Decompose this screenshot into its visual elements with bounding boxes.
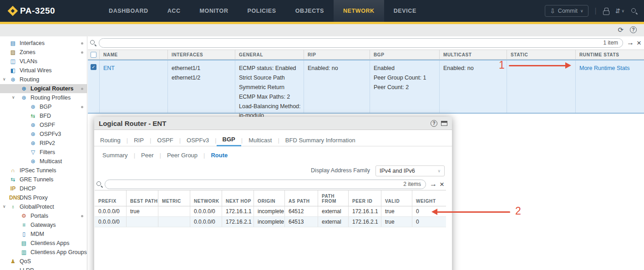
col-weight[interactable]: WEIGHT — [412, 190, 446, 206]
route-search[interactable]: 2 items — [105, 180, 426, 189]
ospf-icon: ⊛ — [29, 122, 37, 128]
brand: PA-3250 — [0, 6, 91, 16]
route-row[interactable]: 0.0.0.0/0 true 0.0.0.0/0 172.16.1.1 inco… — [95, 206, 446, 217]
clear-filter-icon[interactable]: × — [440, 180, 444, 188]
col-multicast[interactable]: MULTICAST — [440, 50, 507, 59]
dialog-help-icon[interactable]: ? — [431, 120, 437, 127]
sidebar-item-multicast[interactable]: ⊛Multicast — [0, 157, 87, 166]
nav-item-network[interactable]: NETWORK — [334, 0, 384, 22]
col-metric[interactable]: METRIC — [158, 190, 190, 206]
sidebar-item-portals[interactable]: ⚙Portals — [0, 211, 87, 220]
sidebar-item-bfd[interactable]: ⇆BFD — [0, 111, 87, 120]
commit-icon: ⇩ — [550, 8, 555, 14]
sidebar-item-zones[interactable]: ▨Zones — [0, 48, 87, 57]
route-search-input[interactable] — [110, 180, 392, 188]
sidebar-item-virtual-wires[interactable]: ◧Virtual Wires — [0, 66, 87, 75]
lock-icon[interactable] — [603, 8, 609, 15]
tab-bgp[interactable]: BGP — [217, 134, 241, 146]
logical-routers-search[interactable]: 1 item — [99, 38, 623, 48]
col-static[interactable]: STATIC — [507, 50, 576, 59]
sidebar-item-clientless-app-groups[interactable]: ▥Clientless App Groups — [0, 248, 87, 257]
col-valid[interactable]: VALID — [381, 190, 412, 206]
tab-ospf[interactable]: OSPF — [151, 134, 179, 146]
col-network[interactable]: NETWORK — [190, 190, 222, 206]
help-icon[interactable]: ? — [630, 26, 637, 33]
col-best-path[interactable]: BEST PATH — [127, 190, 158, 206]
nav-item-device[interactable]: DEVICE — [384, 0, 426, 22]
sidebar-item-globalprotect[interactable]: ∨♁GlobalProtect — [0, 202, 87, 211]
col-next-hop[interactable]: NEXT HOP — [222, 190, 254, 206]
annotation-2-arrow — [436, 211, 510, 213]
nav-item-policies[interactable]: POLICIES — [238, 0, 286, 22]
col-bgp[interactable]: BGP — [370, 50, 440, 59]
route-row[interactable]: 0.0.0.0/0 0.0.0.0/0 172.16.2.1 incomplet… — [95, 217, 446, 227]
col-name[interactable]: NAME — [100, 50, 168, 59]
dialog-window-icon[interactable] — [441, 121, 447, 126]
tab-bfd-summary[interactable]: BFD Summary Information — [279, 134, 361, 146]
nav-item-dashboard[interactable]: DASHBOARD — [99, 0, 158, 22]
sidebar-item-interfaces[interactable]: ▤Interfaces — [0, 39, 87, 48]
chevron-expanded-icon[interactable]: ∨ — [3, 77, 6, 81]
config-export-button[interactable]: ⇵ ∨ — [615, 8, 624, 14]
subtab-summary[interactable]: Summary — [99, 152, 134, 159]
tab-routing[interactable]: Routing — [99, 134, 127, 146]
sidebar-item-mdm[interactable]: ▯MDM — [0, 230, 87, 239]
nav-item-monitor[interactable]: MONITOR — [190, 0, 238, 22]
dialog-title: Logical Router - ENT — [99, 120, 166, 127]
col-path-from[interactable]: PATH FROM — [318, 190, 349, 206]
col-interfaces[interactable]: INTERFACES — [168, 50, 235, 59]
subtab-peer[interactable]: Peer — [135, 152, 159, 159]
sidebar-item-routing[interactable]: ∨⊛Routing — [0, 75, 87, 84]
sidebar-item-dns-proxy[interactable]: DNSDNS Proxy — [0, 193, 87, 202]
col-as-path[interactable]: AS PATH — [285, 190, 318, 206]
col-general[interactable]: GENERAL — [235, 50, 304, 59]
col-peer-id[interactable]: PEER ID — [349, 190, 381, 206]
col-rip[interactable]: RIP — [304, 50, 370, 59]
search-input[interactable] — [104, 39, 591, 47]
row-checkbox[interactable]: ✓ — [91, 64, 96, 70]
more-runtime-stats-link[interactable]: More Runtime Stats — [579, 64, 641, 73]
sidebar-item-gre-tunnels[interactable]: ⇆GRE Tunnels — [0, 175, 87, 184]
apply-filter-arrow-icon[interactable]: → — [430, 180, 437, 188]
sidebar-item-gateways[interactable]: ≡Gateways — [0, 220, 87, 230]
sidebar-item-ripv2[interactable]: ⊛RIPv2 — [0, 139, 87, 148]
col-runtime-stats[interactable]: RUNTIME STATS — [576, 50, 644, 59]
sidebar-item-bgp[interactable]: ⊛BGP — [0, 102, 87, 111]
virtual-wires-icon: ◧ — [9, 67, 17, 74]
subtab-route[interactable]: Route — [205, 152, 233, 159]
clear-filter-icon[interactable]: × — [637, 39, 641, 47]
sidebar-item-clientless-apps[interactable]: ▤Clientless Apps — [0, 239, 87, 248]
sidebar-item-ospfv3[interactable]: ⊛OSPFv3 — [0, 130, 87, 139]
sidebar-item-vlans[interactable]: ◫VLANs — [0, 57, 87, 66]
bgp-subtabs: Summary| Peer| Peer Group| Route — [94, 150, 452, 160]
clientless-app-groups-icon: ▥ — [20, 249, 28, 255]
tab-multicast[interactable]: Multicast — [243, 134, 278, 146]
subtab-peer-group[interactable]: Peer Group — [161, 152, 203, 159]
sidebar-item-routing-profiles[interactable]: ∨⊛Routing Profiles — [0, 93, 87, 102]
commit-button[interactable]: ⇩ Commit ∨ — [545, 5, 588, 17]
sidebar-item-filters[interactable]: ▽Filters — [0, 148, 87, 157]
items-count: 1 item — [603, 40, 618, 46]
tab-rip[interactable]: RIP — [128, 134, 150, 146]
nav-item-objects[interactable]: OBJECTS — [286, 0, 334, 22]
apply-filter-arrow-icon[interactable]: → — [627, 39, 634, 46]
global-search-icon[interactable] — [631, 8, 638, 15]
chevron-expanded-icon[interactable]: ∨ — [3, 204, 6, 209]
address-family-select[interactable]: IPv4 and IPv6 ∨ — [375, 165, 445, 176]
nav-item-acc[interactable]: ACC — [158, 0, 190, 22]
chevron-expanded-icon[interactable]: ∨ — [12, 95, 80, 100]
select-all-checkbox[interactable] — [91, 52, 96, 58]
col-prefix[interactable]: PREFIX — [95, 190, 127, 206]
sidebar-item-ospf[interactable]: ⊛OSPF — [0, 120, 87, 130]
sidebar-item-qos[interactable]: ♟QoS — [0, 257, 87, 266]
sidebar-item-logical-routers[interactable]: ⊛Logical Routers — [0, 84, 87, 93]
col-origin[interactable]: ORIGIN — [254, 190, 285, 206]
vlans-icon: ◫ — [9, 58, 17, 65]
sidebar-item-lldp[interactable]: ▬LLDP — [0, 266, 87, 270]
sidebar-item-dhcp[interactable]: IPDHCP — [0, 184, 87, 193]
router-name-link[interactable]: ENT — [103, 64, 165, 73]
annotation-1: 1 — [499, 59, 576, 74]
tab-ospfv3[interactable]: OSPFv3 — [181, 134, 215, 146]
refresh-icon[interactable]: ⟳ — [618, 26, 624, 33]
sidebar-item-ipsec-tunnels[interactable]: ∩IPSec Tunnels — [0, 166, 87, 175]
